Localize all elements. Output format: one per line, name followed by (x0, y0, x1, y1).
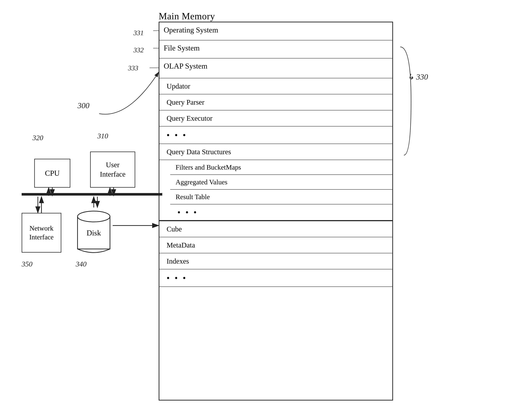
query-parser-row: Query Parser (159, 94, 392, 110)
query-executor-row: Query Executor (159, 110, 392, 127)
svg-text:Disk: Disk (87, 229, 101, 237)
olap-inner: Updator Query Parser Query Executor • • … (159, 78, 392, 221)
network-interface-label: NetworkInterface (29, 224, 54, 242)
qds-inner: Filters and BucketMaps Aggregated Values… (159, 160, 392, 220)
ref-332: 332 (133, 46, 144, 54)
svg-point-1 (78, 211, 110, 222)
ref-310: 310 (97, 132, 108, 140)
ref-340: 340 (76, 260, 87, 268)
olap-section: OLAP System Updator Query Parser Query E… (159, 59, 392, 221)
qds-header: Query Data Structures (159, 144, 392, 160)
os-row: Operating System (159, 22, 392, 40)
network-interface-box: NetworkInterface (22, 213, 61, 253)
cube-row: Cube (159, 221, 392, 237)
updator-row: Updator (159, 78, 392, 94)
ref-331: 331 (133, 29, 144, 37)
ref-350: 350 (22, 260, 32, 268)
metadata-row: MetaData (159, 237, 392, 253)
user-interface-label: UserInterface (100, 160, 125, 179)
indexes-row: Indexes (159, 253, 392, 269)
dots-row-1: • • • (159, 127, 392, 144)
bus-line (22, 193, 162, 195)
dots-row-3: • • • (159, 269, 392, 287)
main-memory-label: Main Memory (159, 11, 215, 22)
cpu-box: CPU (34, 159, 70, 188)
disk-container: Disk (76, 208, 112, 255)
main-memory-box: Operating System File System OLAP System… (159, 22, 393, 400)
fs-row: File System (159, 40, 392, 59)
ref-333: 333 (128, 64, 138, 72)
olap-header: OLAP System (159, 59, 392, 78)
ref-300: 300 (78, 101, 89, 110)
qds-block: Query Data Structures Filters and Bucket… (159, 144, 392, 221)
ref-320: 320 (32, 134, 43, 142)
aggregated-row: Aggregated Values (170, 175, 392, 190)
user-interface-box: UserInterface (90, 151, 135, 188)
result-table-row: Result Table (170, 190, 392, 204)
ref-330: ↳ 330 (407, 72, 428, 82)
filters-row: Filters and BucketMaps (170, 160, 392, 175)
dots-row-2: • • • (170, 204, 392, 220)
